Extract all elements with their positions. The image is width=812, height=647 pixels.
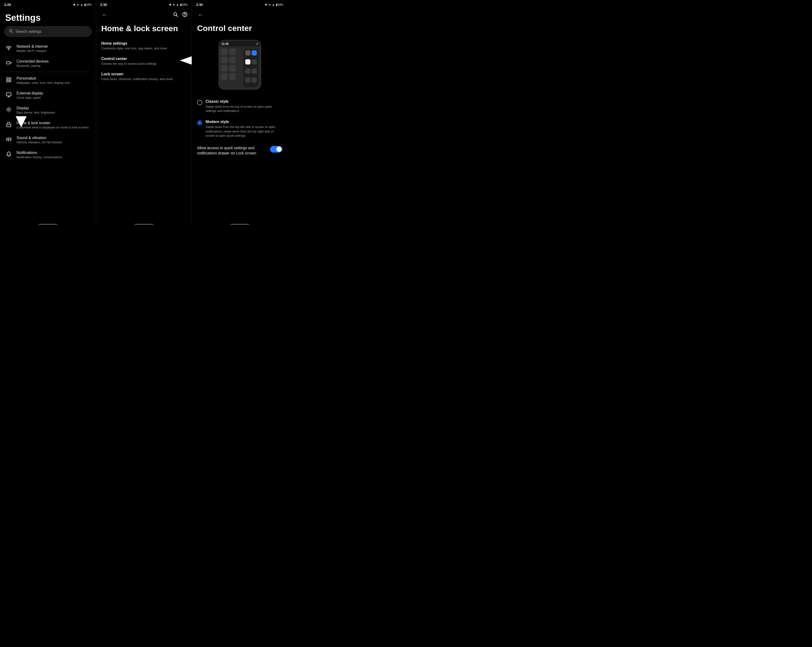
- header-actions-2: [173, 12, 188, 18]
- bluetooth-icon-2: ✱: [169, 3, 171, 6]
- preview-status: 11:35: [219, 40, 261, 46]
- svg-point-2: [9, 50, 9, 50]
- cc-tile-8: [252, 78, 257, 83]
- home-lock-subtitle: Customize what is displayed on home & lo…: [17, 125, 89, 129]
- panel-home-lock: 2:30 ✱ ⊖ ▲ ▮34% ← Home & lock screen Hom…: [96, 0, 192, 227]
- status-bar-1: 2:29 ✱ ⊖ ▲ ▮34%: [0, 0, 96, 9]
- back-button-3[interactable]: ←: [196, 11, 205, 19]
- status-icons-3: ✱ ⊖ ▲ ▮34%: [265, 3, 283, 6]
- lock-screen-subtitle: Clock faces, shortcuts, notification pri…: [101, 77, 186, 81]
- settings-page-title: Settings: [0, 9, 96, 26]
- preview-app-3: [221, 57, 227, 63]
- personalize-title: Personalize: [17, 76, 70, 81]
- search-bar[interactable]: Search settings: [4, 26, 92, 37]
- classic-style-title: Classic style: [206, 99, 282, 104]
- scroll-indicator-1: [0, 222, 96, 227]
- svg-rect-3: [6, 62, 10, 64]
- settings-item-sound[interactable]: Sound & vibration Volume, vibration, Do …: [0, 133, 96, 147]
- preview-body: [219, 46, 261, 89]
- preview-app-2: [229, 48, 236, 55]
- settings-item-personalize[interactable]: Personalize Wallpaper, color, icon, font…: [0, 73, 96, 88]
- minus-circle-icon-2: ⊖: [172, 3, 175, 6]
- minus-circle-icon: ⊖: [77, 3, 79, 6]
- preview-app-1: [221, 48, 227, 55]
- settings-item-home-lock[interactable]: Home & lock screen Customize what is dis…: [0, 118, 96, 133]
- home-lock-icon: [5, 122, 12, 128]
- preview-apps: [219, 46, 243, 89]
- status-time-1: 2:29: [4, 3, 11, 7]
- scroll-bar-2: [134, 224, 153, 225]
- external-display-title: External display: [17, 91, 43, 95]
- battery-icon-3: ▮34%: [276, 3, 283, 6]
- panel2-title: Home & lock screen: [96, 21, 192, 38]
- preview-app-8: [229, 73, 236, 80]
- notifications-title: Notifications: [17, 151, 62, 155]
- svg-rect-8: [6, 93, 11, 96]
- settings-item-display[interactable]: Display Dark theme, font, brightness ▼: [0, 103, 96, 118]
- status-time-3: 2:30: [196, 3, 203, 7]
- svg-marker-13: [6, 138, 9, 141]
- menu-item-control-center[interactable]: Control center Choose the way to access …: [96, 54, 192, 69]
- menu-item-lock-screen[interactable]: Lock screen Clock faces, shortcuts, noti…: [96, 69, 192, 84]
- toggle-switch[interactable]: [270, 146, 282, 153]
- toggle-label: Allow access to quick settings and notif…: [197, 145, 267, 156]
- menu-item-home-settings[interactable]: Home settings Customize style, icon size…: [96, 38, 192, 54]
- back-button-2[interactable]: ←: [100, 11, 109, 19]
- control-center-subtitle: Choose the way to access quick settings: [101, 62, 186, 66]
- search-button-2[interactable]: [173, 12, 178, 18]
- lock-screen-toggle-row[interactable]: Allow access to quick settings and notif…: [192, 141, 287, 160]
- sound-icon: [5, 136, 12, 143]
- classic-style-desc: Swipe down from the top of screen to ope…: [206, 105, 282, 113]
- preview-app-5: [221, 65, 227, 72]
- cc-tile-7: [245, 78, 250, 83]
- connected-subtitle: Bluetooth, pairing: [17, 64, 49, 67]
- home-settings-subtitle: Customize style, icon size, app labels, …: [101, 46, 186, 50]
- menu-item-control-center-wrapper: Control center Choose the way to access …: [96, 54, 192, 69]
- cc-tile-2: [252, 50, 257, 55]
- sound-title: Sound & vibration: [17, 136, 62, 140]
- personalize-icon: [5, 77, 12, 84]
- signal-icon-2: ▲: [176, 3, 179, 6]
- scroll-bar-3: [230, 224, 249, 225]
- preview-cc-panel: [243, 48, 259, 87]
- external-display-icon: [5, 92, 12, 99]
- settings-item-external-display[interactable]: External display Clock style, panel: [0, 88, 96, 103]
- cc-tile-3: [245, 59, 250, 64]
- help-button-2[interactable]: [182, 12, 188, 18]
- network-title: Network & internet: [17, 44, 48, 49]
- radio-classic-circle: [197, 100, 202, 105]
- svg-line-15: [176, 15, 177, 17]
- status-bar-2: 2:30 ✱ ⊖ ▲ ▮34%: [96, 0, 192, 9]
- settings-item-connected[interactable]: Connected devices Bluetooth, pairing: [0, 56, 96, 71]
- phone-preview: 11:35: [218, 40, 261, 89]
- external-display-subtitle: Clock style, panel: [17, 96, 43, 99]
- svg-rect-5: [9, 78, 11, 80]
- home-lock-title: Home & lock screen: [17, 121, 89, 125]
- preview-app-4: [229, 57, 236, 63]
- display-icon: [5, 107, 12, 113]
- status-icons-1: ✱ ⊖ ▲ ▮34%: [73, 3, 92, 6]
- settings-item-network[interactable]: Network & internet Mobile, Wi-Fi, hotspo…: [0, 41, 96, 56]
- status-icons-2: ✱ ⊖ ▲ ▮34%: [169, 3, 188, 6]
- panel3-header: ←: [192, 9, 287, 21]
- cc-tile-4: [252, 59, 257, 64]
- preview-app-6: [229, 65, 236, 72]
- display-subtitle: Dark theme, font, brightness: [17, 111, 55, 114]
- display-title: Display: [17, 106, 55, 110]
- connected-devices-icon: [5, 60, 12, 67]
- status-bar-3: 2:30 ✱ ⊖ ▲ ▮34%: [192, 0, 287, 9]
- svg-rect-7: [9, 80, 11, 82]
- network-subtitle: Mobile, Wi-Fi, hotspot: [17, 49, 48, 53]
- radio-modern-style[interactable]: Modern style Swipe down from the top lef…: [192, 116, 287, 141]
- settings-list: Network & internet Mobile, Wi-Fi, hotspo…: [0, 41, 96, 162]
- radio-classic-style[interactable]: Classic style Swipe down from the top of…: [192, 96, 287, 116]
- notifications-subtitle: Notification history, conversations: [17, 155, 62, 159]
- toggle-knob: [276, 147, 282, 152]
- preview-time: 11:35: [221, 42, 229, 46]
- scroll-indicator-3: [192, 222, 287, 227]
- settings-item-notifications[interactable]: Notifications Notification history, conv…: [0, 147, 96, 162]
- svg-point-11: [8, 109, 10, 110]
- control-center-page-title: Control center: [192, 21, 287, 38]
- svg-rect-12: [7, 124, 11, 127]
- home-settings-title: Home settings: [101, 41, 186, 46]
